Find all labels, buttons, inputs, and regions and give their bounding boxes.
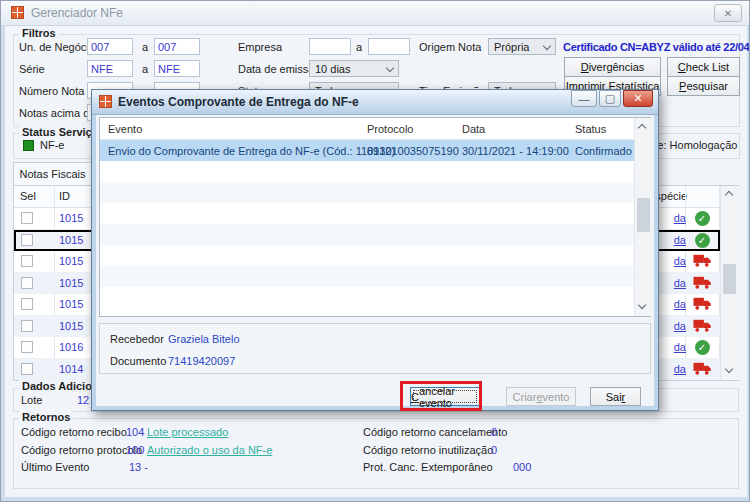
serie-to-input[interactable]: NFE xyxy=(154,60,200,77)
row-especie[interactable]: da xyxy=(660,212,686,224)
sair-button[interactable]: Sair xyxy=(590,387,641,406)
main-close-button[interactable]: ✕ xyxy=(714,4,742,22)
retorno-recibo-link[interactable]: Lote processado xyxy=(147,426,228,438)
notas-table-scrollbar[interactable] xyxy=(720,186,739,380)
row-checkbox[interactable] xyxy=(21,212,33,224)
row-especie[interactable]: da xyxy=(660,234,686,246)
criar-evento-button: Criar evento xyxy=(506,387,576,406)
row-id: 1015 xyxy=(59,298,83,310)
empresa-label: Empresa xyxy=(238,41,282,53)
origem-nota-label: Origem Nota xyxy=(419,41,481,53)
row-checkbox[interactable] xyxy=(21,255,33,267)
col-evento-header: Evento xyxy=(108,123,142,135)
row-especie[interactable]: da xyxy=(660,363,686,375)
row-especie[interactable]: da xyxy=(660,341,686,353)
range-sep-label: a xyxy=(142,41,148,53)
truck-icon xyxy=(685,253,719,270)
main-titlebar: Gerenciador NFe ✕ xyxy=(1,1,750,26)
row-especie[interactable]: da xyxy=(660,320,686,332)
row-id: 1015 xyxy=(59,320,83,332)
row-especie[interactable]: da xyxy=(660,298,686,310)
chevron-down-icon xyxy=(543,42,551,50)
notas-acima-label: Notas acima de xyxy=(19,107,95,119)
retorno-protocolo-label: Código retorno protocolo xyxy=(21,444,142,456)
status-servico-title: Status Serviço xyxy=(19,126,101,138)
data-emissao-select[interactable]: 10 dias xyxy=(309,60,399,77)
row-id: 1015 xyxy=(59,255,83,267)
dialog-title: Eventos Comprovante de Entrega do NF-e xyxy=(118,95,359,109)
dialog-close-button[interactable]: ✕ xyxy=(623,90,653,107)
serie-from-input[interactable]: NFE xyxy=(87,60,133,77)
scroll-down-icon[interactable] xyxy=(638,301,646,309)
un-negocio-to-input[interactable]: 007 xyxy=(154,38,200,55)
check-list-button[interactable]: Check List xyxy=(667,57,740,77)
service-status-indicator xyxy=(23,140,34,151)
col-status-header: Status xyxy=(575,123,606,135)
delivered-check-icon: ✓ xyxy=(685,232,719,249)
row-checkbox[interactable] xyxy=(21,363,33,375)
delivered-check-icon: ✓ xyxy=(685,210,719,227)
row-especie[interactable]: da xyxy=(660,255,686,267)
app-icon xyxy=(99,95,112,108)
dialog-client-area: Evento Protocolo Data Status Envio do Co… xyxy=(96,115,654,406)
row-id: 1015 xyxy=(59,212,83,224)
ultimo-evento-code: 13 - xyxy=(129,461,148,473)
eventos-list-header: Evento Protocolo Data Status xyxy=(100,118,634,140)
range-sep-label: a xyxy=(356,41,362,53)
scroll-down-icon[interactable] xyxy=(725,365,733,373)
ultimo-evento-label: Último Evento xyxy=(21,461,89,473)
data-cell: 30/11/2021 - 14:19:00 xyxy=(462,145,569,157)
pesquisar-button[interactable]: Pesquisar xyxy=(667,76,740,96)
row-id: 1016 xyxy=(59,341,83,353)
prot-canc-extemporaneo-code: 000 xyxy=(513,461,531,473)
dialog-maximize-button[interactable]: ▢ xyxy=(599,90,621,107)
row-checkbox[interactable] xyxy=(21,234,33,246)
col-protocolo-header: Protocolo xyxy=(367,123,413,135)
scroll-thumb[interactable] xyxy=(723,264,736,294)
retorno-inutilizacao-code: 0 xyxy=(491,444,497,456)
range-sep-label: a xyxy=(142,63,148,75)
documento-value: 71419420097 xyxy=(168,355,235,367)
scroll-thumb[interactable] xyxy=(637,198,650,232)
row-id: 1015 xyxy=(59,277,83,289)
empty-rows xyxy=(100,161,634,308)
screen: Gerenciador NFe ✕ Filtros Un. de Negócio… xyxy=(0,0,750,502)
truck-icon xyxy=(685,296,719,313)
row-checkbox[interactable] xyxy=(21,277,33,289)
retorno-cancelamento-label: Código retorno cancelamento xyxy=(363,426,507,438)
numero-nota-label: Número Nota xyxy=(19,85,84,97)
service-name-label: NF-e xyxy=(40,139,64,151)
retorno-inutilizacao-label: Código retorno inutilização xyxy=(363,444,493,456)
origem-nota-select[interactable]: Própria xyxy=(488,38,556,55)
annotation-highlight-box xyxy=(400,381,482,411)
scroll-up-icon[interactable] xyxy=(638,124,646,132)
row-id: 1015 xyxy=(59,234,83,246)
status-cell: Confirmado xyxy=(575,145,632,157)
retorno-protocolo-code: 100 xyxy=(126,444,144,456)
row-id: 1014 xyxy=(59,363,83,375)
retorno-cancelamento-code: 0 xyxy=(491,426,497,438)
tab-notas-fiscais[interactable]: Notas Fiscais xyxy=(13,162,92,185)
empresa-from-input[interactable] xyxy=(309,38,351,55)
evento-row-selected[interactable]: Envio do Comprovante de Entrega do NF-e … xyxy=(100,140,634,161)
row-especie[interactable]: da xyxy=(660,277,686,289)
empresa-to-input[interactable] xyxy=(368,38,410,55)
col-id-header: ID xyxy=(59,190,70,202)
dialog-minimize-button[interactable]: — xyxy=(571,90,597,107)
lote-value: 12 xyxy=(77,394,89,406)
filtros-group-title: Filtros xyxy=(19,27,59,39)
certificado-text: Certificado CN=ABYZ válido até 22/04/202… xyxy=(563,41,750,53)
row-checkbox[interactable] xyxy=(21,320,33,332)
un-negocio-from-input[interactable]: 007 xyxy=(87,38,133,55)
recebedor-label: Recebedor xyxy=(110,333,164,345)
row-checkbox[interactable] xyxy=(21,341,33,353)
row-checkbox[interactable] xyxy=(21,298,33,310)
dialog-list-scrollbar[interactable] xyxy=(634,118,651,316)
retorno-protocolo-link[interactable]: Autorizado o uso da NF-e xyxy=(147,444,272,456)
truck-icon xyxy=(685,318,719,335)
divergencias-button[interactable]: Divergências xyxy=(564,57,661,77)
app-icon xyxy=(11,6,24,19)
col-data-header: Data xyxy=(462,123,485,135)
scroll-up-icon[interactable] xyxy=(725,191,733,199)
recebedor-panel: Recebedor Graziela Bitelo Documento 7141… xyxy=(99,323,651,374)
